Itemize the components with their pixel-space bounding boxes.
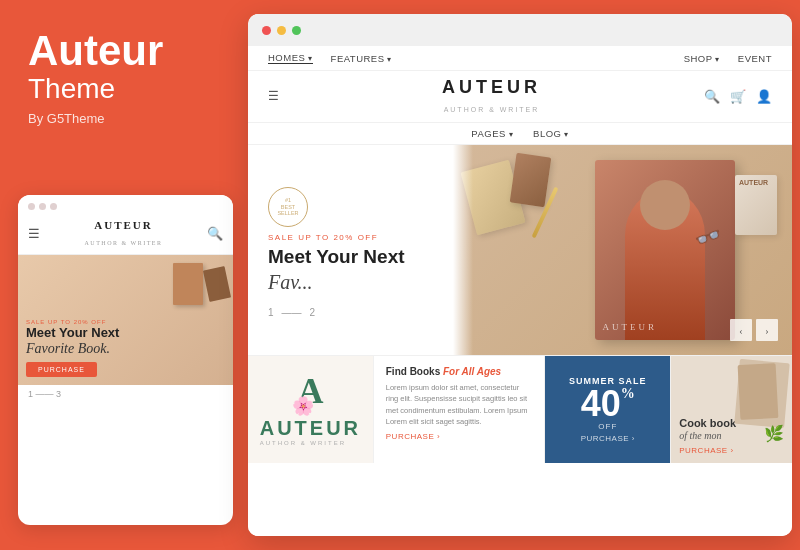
hero-book-label: AUTEUR <box>603 322 658 332</box>
sale-number-area: 40 % <box>581 386 635 422</box>
flower-icon: 🌸 <box>292 395 314 417</box>
secondary-nav: PAGES BLOG <box>248 123 792 145</box>
main-nav-left: ☰ <box>268 89 279 104</box>
cookbook-book-bg2 <box>738 363 779 420</box>
browser-panel: HOMES FEATURES SHOP EVENT ☰ AUTEUR AUTHO… <box>248 14 792 536</box>
cookbook-purchase-link[interactable]: PURCHASE › <box>679 446 784 455</box>
main-logo: AUTEUR AUTHOR & WRITER <box>442 77 541 116</box>
mobile-hero: SALE UP TO 20% OFF Meet Your Next Favori… <box>18 255 233 385</box>
mobile-book-2 <box>203 266 231 302</box>
browser-dot-max[interactable] <box>292 26 301 35</box>
brand-byline: By G5Theme <box>28 111 220 126</box>
mobile-purchase-button[interactable]: PURCHASE <box>26 362 97 377</box>
slider-next-button[interactable]: › <box>756 319 778 341</box>
slider-prev-button[interactable]: ‹ <box>730 319 752 341</box>
nav-item-pages[interactable]: PAGES <box>471 128 513 139</box>
nav-item-shop[interactable]: SHOP <box>684 53 720 64</box>
browser-dot-close[interactable] <box>262 26 271 35</box>
mobile-browser-dots <box>18 195 233 215</box>
hamburger-icon[interactable]: ☰ <box>268 89 279 104</box>
nav-item-features[interactable]: FEATURES <box>331 53 392 64</box>
hero-left: #1BESTSELLER SALE UP TO 20% OFF Meet You… <box>248 145 453 355</box>
mobile-hamburger-icon[interactable]: ☰ <box>28 226 40 242</box>
award-badge: #1BESTSELLER <box>268 187 308 227</box>
hero-pagination: 1 —— 2 <box>268 307 433 318</box>
card-summer-sale: SUMMER SALE 40 % OFF PURCHASE › <box>545 356 671 463</box>
hero-section: #1BESTSELLER SALE UP TO 20% OFF Meet You… <box>248 145 792 355</box>
card-auteur-logo: AUTEUR AUTHOR & WRITER <box>260 417 361 446</box>
hero-title: Meet Your Next <box>268 246 433 269</box>
mobile-search-icon[interactable]: 🔍 <box>207 226 223 242</box>
cart-icon[interactable]: 🛒 <box>730 89 746 105</box>
card-auteur-inner: A 🌸 <box>297 373 323 409</box>
sale-purchase-link[interactable]: PURCHASE › <box>581 434 635 443</box>
user-icon[interactable]: 👤 <box>756 89 772 105</box>
browser-dot-min[interactable] <box>277 26 286 35</box>
card-books-title: Find Books For All Ages <box>386 366 533 377</box>
right-book: AUTEUR <box>735 175 777 235</box>
mobile-pagination: 1 —— 3 <box>18 385 233 403</box>
mobile-logo: AUTEUR AUTHOR & WRITER <box>40 219 207 249</box>
find-books-purchase-link[interactable]: PURCHASE › <box>386 432 533 441</box>
search-icon[interactable]: 🔍 <box>704 89 720 105</box>
hero-right: AUTEUR AUTEUR 👓 ‹ › <box>453 145 792 355</box>
mobile-dot-3 <box>50 203 57 210</box>
mobile-header: ☰ AUTEUR AUTHOR & WRITER 🔍 <box>18 215 233 255</box>
nav-item-homes[interactable]: HOMES <box>268 52 313 64</box>
mobile-dot-2 <box>39 203 46 210</box>
hero-head <box>640 180 690 230</box>
card-auteur: A 🌸 AUTEUR AUTHOR & WRITER <box>248 356 374 463</box>
leaf-icon: 🌿 <box>764 424 784 443</box>
main-nav: ☰ AUTEUR AUTHOR & WRITER 🔍 🛒 👤 <box>248 71 792 123</box>
browser-content: HOMES FEATURES SHOP EVENT ☰ AUTEUR AUTHO… <box>248 46 792 536</box>
mobile-book-1 <box>173 263 203 305</box>
brand-title: Auteur Theme <box>28 28 220 105</box>
mobile-dot-1 <box>28 203 35 210</box>
left-panel: Auteur Theme By G5Theme ☰ AUTEUR AUTHOR … <box>0 0 248 550</box>
bottom-cards: A 🌸 AUTEUR AUTHOR & WRITER Find Books Fo… <box>248 355 792 463</box>
nav-item-event[interactable]: EVENT <box>738 53 772 64</box>
hero-subtitle: Fav... <box>268 269 433 295</box>
hero-fade <box>453 145 473 355</box>
card-find-books: Find Books For All Ages Lorem ipsum dolo… <box>374 356 546 463</box>
main-nav-right: 🔍 🛒 👤 <box>704 89 772 105</box>
nav-item-blog[interactable]: BLOG <box>533 128 569 139</box>
mobile-hero-content: SALE UP TO 20% OFF Meet Your Next Favori… <box>26 319 163 377</box>
top-nav: HOMES FEATURES SHOP EVENT <box>248 46 792 71</box>
mobile-mockup: ☰ AUTEUR AUTHOR & WRITER 🔍 SALE UP TO 20… <box>18 195 233 525</box>
browser-bar <box>248 14 792 46</box>
mobile-books <box>173 263 228 305</box>
flying-book-2 <box>510 153 552 207</box>
slider-arrows: ‹ › <box>730 319 778 341</box>
card-cookbook: 🌿 Cook book of the mon PURCHASE › <box>671 356 792 463</box>
